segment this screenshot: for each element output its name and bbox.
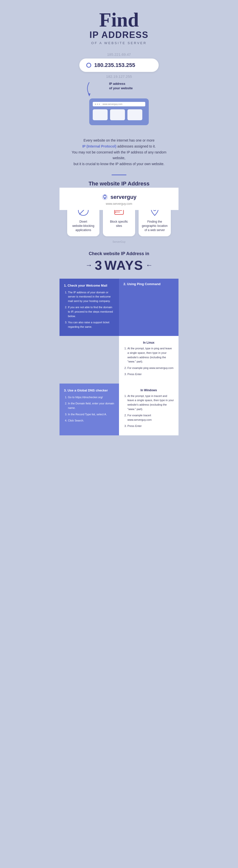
brand-label: ServerGuy [113,240,126,243]
header-section: Find IP ADDRESS OF A WEBSITE SERVER [85,0,153,48]
ip-faded-bottom: 182.19.127.255 [106,74,132,79]
benefit-block-label: Block specificsites [110,220,128,228]
section-divider [112,175,126,175]
svg-point-9 [115,211,116,212]
footer-url: www.serverguy.com [64,202,174,206]
list-item: Press Enter [127,424,174,428]
step-1-number: 1. [64,284,67,287]
step-box-2-linux: In Linux At the prompt, type in ping and… [119,336,179,383]
step-1-title: 1. Check your Welcome Mail [64,284,115,287]
step-2-linux-list: At the prompt, type in ping and leave a … [123,346,174,377]
browser-cards [93,109,145,120]
footer-brand-name: serverguy [110,194,136,200]
description-section: Every website on the internet has one or… [59,135,179,169]
header-subtitle: OF A WEBSITE SERVER [89,41,149,45]
ip-main-address: 180.235.153.255 [94,62,135,68]
ways-number: 3 [95,259,102,272]
list-item: You can also raise a support ticket rega… [68,320,115,329]
browser-mockup: ● ● ● www.serverguy.com [89,98,149,125]
ip-label-section: IP address of your website [79,81,159,96]
list-item: Go to https://dnschecker.org/ [68,395,115,400]
step-3-number: 3. [64,389,67,392]
browser-card-1 [93,109,108,120]
ways-arrow-left: → [85,261,92,269]
step-2-windows-title: In Windows [123,389,174,392]
header-ip: IP ADDRESS [89,30,149,40]
step-3-list: Go to https://dnschecker.org/ In the Dom… [64,395,115,423]
svg-point-10 [115,212,116,213]
footer: serverguy www.serverguy.com [59,188,179,210]
step-box-2-windows: In Windows At the prompt, type in tracer… [119,383,179,435]
list-item: The IP address of your domain or server … [68,290,115,304]
step-2-header: 2. Using Ping Command [119,279,179,336]
serverguy-icon [101,194,108,200]
svg-point-13 [104,196,106,197]
step-box-1: 1. Check your Welcome Mail The IP addres… [59,279,119,336]
list-item: Click Search. [68,418,115,423]
list-item: In the Domain field, enter your domain n… [68,401,115,410]
ways-title: Check website IP Address in [85,251,152,256]
ways-arrow-right: ← [146,261,153,269]
ways-label: WAYS [105,258,143,273]
ip-section: 185.221.69.47 180.235.153.255 182.19.127… [59,52,179,130]
header-find: Find [89,10,149,30]
list-item: At the prompt, type in ping and leave a … [127,346,174,364]
list-item: In the Record Type list, select A. [68,412,115,417]
list-item: If you are not able to find the domain t… [68,305,115,318]
arrow-curve-icon [84,81,94,96]
step-2-windows-list: At the prompt, type in tracert and leave… [123,394,174,428]
browser-url-bar: ● ● ● www.serverguy.com [93,102,145,106]
browser-card-3 [127,109,142,120]
list-item: At the prompt, type in tracert and leave… [127,394,174,411]
ip-faded-top: 185.221.69.47 [107,52,131,57]
steps-grid: 1. Check your Welcome Mail The IP addres… [59,279,179,435]
ip-main-bar: 180.235.153.255 [79,59,159,72]
list-item: Press Enter [127,372,174,377]
step-1-list: The IP address of your domain or server … [64,290,115,329]
step-box-3: 3. Use a Global DNS checker Go to https:… [59,383,119,435]
ip-label-text: IP address of your website [109,82,132,91]
footer-logo: serverguy [64,194,174,200]
ways-number-row: → 3 WAYS ← [85,258,152,273]
ways-section: Check website IP Address in → 3 WAYS ← [80,247,157,275]
svg-marker-0 [88,93,90,96]
step-3-title: 3. Use a Global DNS checker [64,389,115,392]
list-item: For example tracert www.serverguy.com [127,413,174,422]
browser-card-2 [110,109,125,120]
benefit-location-label: Finding thegeographic locationof a web s… [142,220,168,232]
benefit-divert-label: Divertwebsite-blockingapplications [72,220,94,232]
step-2-linux-title: In Linux [123,341,174,344]
ip-circle-icon [86,63,91,68]
list-item: For example ping www.serverguy.com [127,366,174,370]
